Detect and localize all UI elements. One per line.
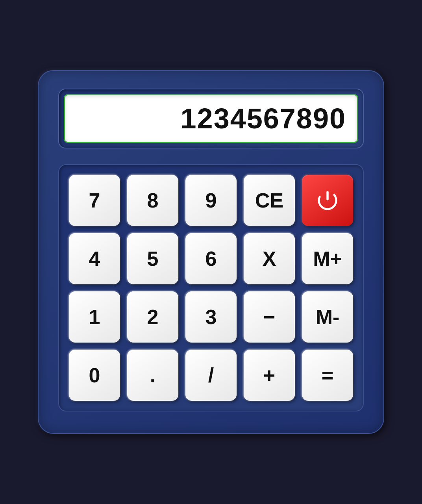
btn-multiply[interactable]: X (244, 233, 295, 284)
btn-3[interactable]: 3 (185, 291, 237, 343)
btn-7[interactable]: 7 (69, 175, 120, 226)
btn-0[interactable]: 0 (69, 350, 120, 401)
btn-minus[interactable]: − (244, 291, 295, 343)
calculator: 1234567890 7 8 9 CE 4 5 6 X M+ 1 2 (38, 70, 384, 434)
btn-mminus[interactable]: M- (302, 291, 353, 343)
btn-equals[interactable]: = (302, 350, 353, 401)
display-screen: 1234567890 (64, 94, 358, 143)
display-value: 1234567890 (181, 102, 346, 135)
btn-power[interactable] (302, 175, 353, 226)
btn-plus[interactable]: + (244, 350, 295, 401)
btn-4[interactable]: 4 (69, 233, 120, 284)
btn-divide[interactable]: / (185, 350, 237, 401)
btn-2[interactable]: 2 (127, 291, 178, 343)
btn-8[interactable]: 8 (127, 175, 178, 226)
keypad: 7 8 9 CE 4 5 6 X M+ 1 2 3 − M- 0 (69, 175, 353, 401)
keypad-wrapper: 7 8 9 CE 4 5 6 X M+ 1 2 3 − M- 0 (58, 164, 364, 411)
btn-9[interactable]: 9 (185, 175, 237, 226)
display-wrapper: 1234567890 (58, 89, 364, 148)
btn-mplus[interactable]: M+ (302, 233, 353, 284)
power-icon (315, 188, 340, 213)
btn-1[interactable]: 1 (69, 291, 120, 343)
btn-6[interactable]: 6 (185, 233, 237, 284)
btn-5[interactable]: 5 (127, 233, 178, 284)
btn-dot[interactable]: . (127, 350, 178, 401)
btn-ce[interactable]: CE (244, 175, 295, 226)
